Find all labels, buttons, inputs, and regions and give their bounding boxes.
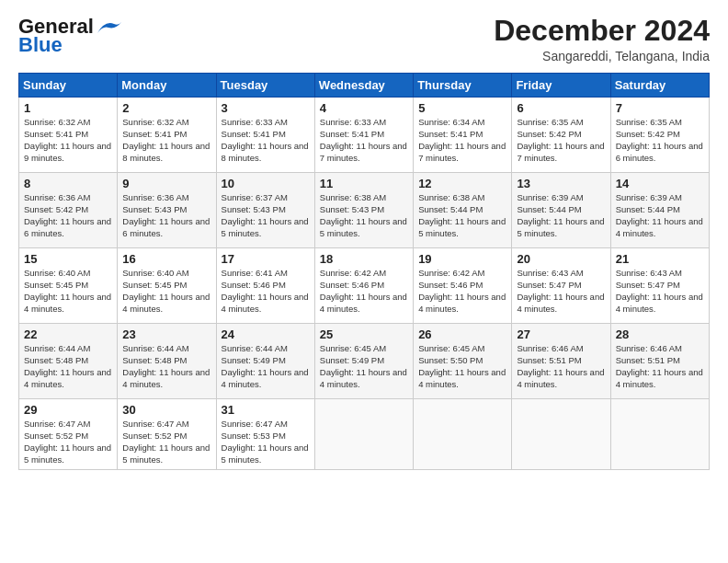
- table-row: 13 Sunrise: 6:39 AM Sunset: 5:44 PM Dayl…: [512, 173, 610, 248]
- day-info: Sunrise: 6:44 AM Sunset: 5:48 PM Dayligh…: [24, 343, 112, 390]
- day-info: Sunrise: 6:42 AM Sunset: 5:46 PM Dayligh…: [320, 268, 408, 315]
- day-number: 14: [616, 177, 704, 190]
- table-row: 11 Sunrise: 6:38 AM Sunset: 5:43 PM Dayl…: [314, 173, 413, 248]
- table-row: 17 Sunrise: 6:41 AM Sunset: 5:46 PM Dayl…: [216, 248, 314, 324]
- calendar-header-row: Sunday Monday Tuesday Wednesday Thursday…: [19, 74, 710, 98]
- col-saturday: Saturday: [610, 74, 709, 98]
- table-row: 27 Sunrise: 6:46 AM Sunset: 5:51 PM Dayl…: [512, 324, 610, 399]
- day-number: 19: [418, 252, 506, 266]
- col-thursday: Thursday: [414, 74, 512, 98]
- day-info: Sunrise: 6:32 AM Sunset: 5:41 PM Dayligh…: [122, 117, 210, 164]
- day-number: 11: [320, 177, 408, 190]
- table-row: 6 Sunrise: 6:35 AM Sunset: 5:42 PM Dayli…: [512, 98, 610, 173]
- day-number: 10: [222, 177, 310, 190]
- table-row: [414, 399, 512, 470]
- table-row: [512, 399, 610, 470]
- day-info: Sunrise: 6:32 AM Sunset: 5:41 PM Dayligh…: [24, 117, 112, 164]
- table-row: 2 Sunrise: 6:32 AM Sunset: 5:41 PM Dayli…: [118, 98, 216, 173]
- col-tuesday: Tuesday: [216, 74, 314, 98]
- day-number: 28: [616, 327, 704, 341]
- table-row: 5 Sunrise: 6:34 AM Sunset: 5:41 PM Dayli…: [414, 98, 512, 173]
- day-number: 25: [320, 327, 408, 341]
- day-info: Sunrise: 6:34 AM Sunset: 5:41 PM Dayligh…: [418, 117, 506, 164]
- table-row: 14 Sunrise: 6:39 AM Sunset: 5:44 PM Dayl…: [610, 173, 709, 248]
- table-row: 19 Sunrise: 6:42 AM Sunset: 5:46 PM Dayl…: [414, 248, 512, 324]
- day-number: 9: [122, 177, 210, 190]
- logo: General Blue: [18, 15, 123, 57]
- day-info: Sunrise: 6:38 AM Sunset: 5:43 PM Dayligh…: [320, 192, 408, 239]
- table-row: 22 Sunrise: 6:44 AM Sunset: 5:48 PM Dayl…: [19, 324, 118, 399]
- day-number: 6: [517, 101, 605, 115]
- day-number: 7: [616, 101, 704, 115]
- table-row: 8 Sunrise: 6:36 AM Sunset: 5:42 PM Dayli…: [19, 173, 118, 248]
- day-number: 4: [320, 101, 408, 115]
- title-block: December 2024 Sangareddi, Telangana, Ind…: [494, 15, 710, 63]
- day-number: 8: [24, 177, 112, 190]
- table-row: 1 Sunrise: 6:32 AM Sunset: 5:41 PM Dayli…: [19, 98, 118, 173]
- location: Sangareddi, Telangana, India: [494, 49, 710, 63]
- day-number: 20: [517, 252, 605, 266]
- day-info: Sunrise: 6:45 AM Sunset: 5:49 PM Dayligh…: [320, 343, 408, 390]
- day-number: 23: [122, 327, 210, 341]
- calendar-table: Sunday Monday Tuesday Wednesday Thursday…: [18, 73, 710, 470]
- day-number: 18: [320, 252, 408, 266]
- day-info: Sunrise: 6:43 AM Sunset: 5:47 PM Dayligh…: [517, 268, 605, 315]
- col-wednesday: Wednesday: [314, 74, 413, 98]
- day-info: Sunrise: 6:33 AM Sunset: 5:41 PM Dayligh…: [320, 117, 408, 164]
- day-number: 29: [24, 403, 112, 417]
- table-row: 28 Sunrise: 6:46 AM Sunset: 5:51 PM Dayl…: [610, 324, 709, 399]
- logo-blue: Blue: [18, 33, 63, 57]
- page: General Blue December 2024 Sangareddi, T…: [0, 0, 728, 563]
- day-info: Sunrise: 6:46 AM Sunset: 5:51 PM Dayligh…: [517, 343, 605, 390]
- table-row: 9 Sunrise: 6:36 AM Sunset: 5:43 PM Dayli…: [118, 173, 216, 248]
- day-number: 1: [24, 101, 112, 115]
- day-info: Sunrise: 6:33 AM Sunset: 5:41 PM Dayligh…: [222, 117, 310, 164]
- day-number: 15: [24, 252, 112, 266]
- day-number: 30: [122, 403, 210, 417]
- month-title: December 2024: [494, 15, 710, 47]
- table-row: 30 Sunrise: 6:47 AM Sunset: 5:52 PM Dayl…: [118, 399, 216, 470]
- table-row: [610, 399, 709, 470]
- table-row: 31 Sunrise: 6:47 AM Sunset: 5:53 PM Dayl…: [216, 399, 314, 470]
- table-row: 7 Sunrise: 6:35 AM Sunset: 5:42 PM Dayli…: [610, 98, 709, 173]
- table-row: 3 Sunrise: 6:33 AM Sunset: 5:41 PM Dayli…: [216, 98, 314, 173]
- table-row: 15 Sunrise: 6:40 AM Sunset: 5:45 PM Dayl…: [19, 248, 118, 324]
- table-row: 29 Sunrise: 6:47 AM Sunset: 5:52 PM Dayl…: [19, 399, 118, 470]
- day-info: Sunrise: 6:40 AM Sunset: 5:45 PM Dayligh…: [122, 268, 210, 315]
- day-info: Sunrise: 6:47 AM Sunset: 5:53 PM Dayligh…: [222, 419, 310, 465]
- day-number: 26: [418, 327, 506, 341]
- col-monday: Monday: [118, 74, 216, 98]
- day-info: Sunrise: 6:47 AM Sunset: 5:52 PM Dayligh…: [24, 419, 112, 465]
- day-info: Sunrise: 6:39 AM Sunset: 5:44 PM Dayligh…: [517, 192, 605, 239]
- table-row: 24 Sunrise: 6:44 AM Sunset: 5:49 PM Dayl…: [216, 324, 314, 399]
- day-number: 3: [222, 101, 310, 115]
- day-number: 22: [24, 327, 112, 341]
- day-info: Sunrise: 6:41 AM Sunset: 5:46 PM Dayligh…: [222, 268, 310, 315]
- day-info: Sunrise: 6:45 AM Sunset: 5:50 PM Dayligh…: [418, 343, 506, 390]
- day-info: Sunrise: 6:43 AM Sunset: 5:47 PM Dayligh…: [616, 268, 704, 315]
- day-info: Sunrise: 6:37 AM Sunset: 5:43 PM Dayligh…: [222, 192, 310, 239]
- day-info: Sunrise: 6:35 AM Sunset: 5:42 PM Dayligh…: [517, 117, 605, 164]
- table-row: [314, 399, 413, 470]
- table-row: 10 Sunrise: 6:37 AM Sunset: 5:43 PM Dayl…: [216, 173, 314, 248]
- day-info: Sunrise: 6:36 AM Sunset: 5:43 PM Dayligh…: [122, 192, 210, 239]
- header: General Blue December 2024 Sangareddi, T…: [18, 15, 710, 63]
- table-row: 20 Sunrise: 6:43 AM Sunset: 5:47 PM Dayl…: [512, 248, 610, 324]
- day-number: 5: [418, 101, 506, 115]
- day-info: Sunrise: 6:46 AM Sunset: 5:51 PM Dayligh…: [616, 343, 704, 390]
- day-number: 21: [616, 252, 704, 266]
- day-number: 24: [222, 327, 310, 341]
- table-row: 16 Sunrise: 6:40 AM Sunset: 5:45 PM Dayl…: [118, 248, 216, 324]
- day-info: Sunrise: 6:40 AM Sunset: 5:45 PM Dayligh…: [24, 268, 112, 315]
- table-row: 26 Sunrise: 6:45 AM Sunset: 5:50 PM Dayl…: [414, 324, 512, 399]
- table-row: 12 Sunrise: 6:38 AM Sunset: 5:44 PM Dayl…: [414, 173, 512, 248]
- day-info: Sunrise: 6:39 AM Sunset: 5:44 PM Dayligh…: [616, 192, 704, 239]
- day-number: 16: [122, 252, 210, 266]
- day-number: 12: [418, 177, 506, 190]
- day-number: 31: [222, 403, 310, 417]
- day-number: 17: [222, 252, 310, 266]
- day-info: Sunrise: 6:36 AM Sunset: 5:42 PM Dayligh…: [24, 192, 112, 239]
- day-info: Sunrise: 6:38 AM Sunset: 5:44 PM Dayligh…: [418, 192, 506, 239]
- day-number: 2: [122, 101, 210, 115]
- table-row: 21 Sunrise: 6:43 AM Sunset: 5:47 PM Dayl…: [610, 248, 709, 324]
